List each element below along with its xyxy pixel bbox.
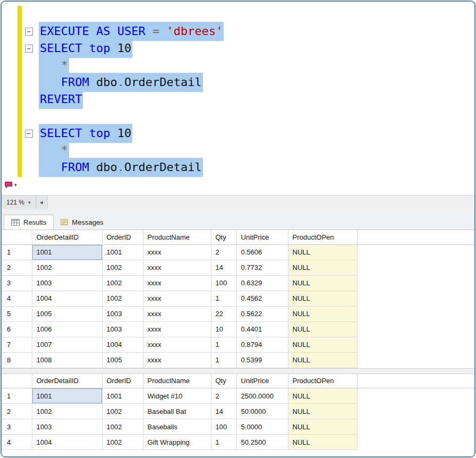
grid-cell[interactable]: 0.6329 xyxy=(236,275,288,291)
grid-cell[interactable]: NULL xyxy=(288,306,357,321)
grid-cell[interactable]: 1002 xyxy=(102,291,143,306)
grid-cell[interactable]: NULL xyxy=(288,244,357,260)
collapse-toggle[interactable]: − xyxy=(25,40,39,57)
code-line[interactable]: −SELECT top 10 xyxy=(25,125,224,142)
grid-cell[interactable]: 0.4401 xyxy=(236,321,288,337)
grid-cell[interactable]: NULL xyxy=(288,352,357,368)
column-header-unitprice[interactable]: UnitPrice xyxy=(236,374,288,388)
grid-cell[interactable]: 50.2500 xyxy=(236,435,288,450)
grid-cell[interactable]: 1002 xyxy=(102,419,143,435)
grid-cell[interactable]: NULL xyxy=(288,291,357,306)
code-line[interactable]: * xyxy=(25,57,224,74)
grid-cell[interactable]: 0.5606 xyxy=(236,244,288,260)
grid-cell[interactable]: 2 xyxy=(211,388,236,404)
grid-cell[interactable]: 5.0000 xyxy=(236,419,288,435)
grid-cell[interactable]: Widget #10 xyxy=(143,388,211,404)
code-line[interactable]: FROM dbo.OrderDetail xyxy=(25,159,224,176)
column-header-orderid[interactable]: OrderID xyxy=(102,374,143,388)
grid-cell[interactable]: 1001 xyxy=(102,244,143,260)
grid-cell[interactable]: 1003 xyxy=(102,306,143,321)
grid-cell[interactable]: NULL xyxy=(288,337,357,352)
code-line[interactable]: −EXECUTE AS USER = 'dbrees' xyxy=(25,23,224,40)
grid-cell[interactable]: 2500.0000 xyxy=(236,388,288,404)
grid-cell[interactable]: NULL xyxy=(288,260,357,275)
grid-cell[interactable]: 0.7732 xyxy=(236,260,288,275)
zoom-level-select[interactable]: 121 % ▾ xyxy=(2,196,36,209)
grid-cell[interactable]: 1001 xyxy=(102,388,143,404)
grid-cell[interactable]: NULL xyxy=(288,388,357,404)
tab-results[interactable]: Results xyxy=(4,215,54,230)
grid-cell[interactable]: 1004 xyxy=(32,291,102,306)
code-line[interactable]: * xyxy=(25,142,224,159)
column-header-orderdetailid[interactable]: OrderDetailID xyxy=(32,230,102,244)
sql-editor[interactable]: −EXECUTE AS USER = 'dbrees'−SELECT top 1… xyxy=(2,2,474,195)
grid-cell[interactable]: 1001 xyxy=(32,388,102,404)
column-header-orderdetailid[interactable]: OrderDetailID xyxy=(32,374,102,388)
grid-cell[interactable]: xxxx xyxy=(143,291,211,306)
grid-cell[interactable]: 1 xyxy=(211,352,236,368)
column-header-productopen[interactable]: ProductOPen xyxy=(288,374,357,388)
grid-cell[interactable]: 14 xyxy=(211,260,236,275)
grid-cell[interactable]: 50.0000 xyxy=(236,404,288,419)
grid-cell[interactable]: 1 xyxy=(211,435,236,450)
collapse-toggle[interactable]: − xyxy=(25,23,39,40)
code-line[interactable] xyxy=(25,108,224,125)
grid-cell[interactable]: 1005 xyxy=(102,352,143,368)
grid-cell[interactable]: 1002 xyxy=(32,404,102,419)
corner-header[interactable] xyxy=(2,374,32,388)
grid-cell[interactable]: 1004 xyxy=(32,435,102,450)
column-header-productname[interactable]: ProductName xyxy=(143,230,211,244)
grid-cell[interactable]: 1 xyxy=(211,337,236,352)
row-header[interactable]: 1 xyxy=(2,388,32,404)
column-header-orderid[interactable]: OrderID xyxy=(102,230,143,244)
hscroll-left-button[interactable]: ◄ xyxy=(36,196,48,209)
code-line[interactable]: REVERT xyxy=(25,91,224,108)
grid-cell[interactable]: Gift Wrapping xyxy=(143,435,211,450)
column-header-productopen[interactable]: ProductOPen xyxy=(288,230,357,244)
row-header[interactable]: 3 xyxy=(2,419,32,435)
grid-cell[interactable]: NULL xyxy=(288,435,357,450)
grid-cell[interactable]: 1008 xyxy=(32,352,102,368)
collapse-minus-icon[interactable]: − xyxy=(25,28,33,36)
row-header[interactable]: 4 xyxy=(2,435,32,450)
grid-cell[interactable]: 1004 xyxy=(102,337,143,352)
grid-cell[interactable]: 10 xyxy=(211,321,236,337)
row-header[interactable]: 2 xyxy=(2,260,32,275)
grid-cell[interactable]: xxxx xyxy=(143,321,211,337)
grid-cell[interactable]: NULL xyxy=(288,404,357,419)
grid-cell[interactable]: 100 xyxy=(211,419,236,435)
grid-cell[interactable]: xxxx xyxy=(143,337,211,352)
grid-cell[interactable]: NULL xyxy=(288,419,357,435)
grid-cell[interactable]: 1006 xyxy=(32,321,102,337)
grid-cell[interactable]: xxxx xyxy=(143,244,211,260)
grid-cell[interactable]: 0.5399 xyxy=(236,352,288,368)
row-header[interactable]: 5 xyxy=(2,306,32,321)
collapse-toggle[interactable]: − xyxy=(25,125,39,142)
grid-cell[interactable]: 22 xyxy=(211,306,236,321)
grid-cell[interactable]: xxxx xyxy=(143,352,211,368)
grid-cell[interactable]: xxxx xyxy=(143,306,211,321)
tab-messages[interactable]: Messages xyxy=(54,215,110,230)
grid-cell[interactable]: 14 xyxy=(211,404,236,419)
grid-cell[interactable]: NULL xyxy=(288,321,357,337)
row-header[interactable]: 8 xyxy=(2,352,32,368)
grid-cell[interactable]: 0.4562 xyxy=(236,291,288,306)
code-line[interactable]: FROM dbo.OrderDetail xyxy=(25,74,224,91)
grid-cell[interactable]: 1003 xyxy=(32,275,102,291)
collapse-minus-icon[interactable]: − xyxy=(25,130,33,138)
row-header[interactable]: 6 xyxy=(2,321,32,337)
column-header-unitprice[interactable]: UnitPrice xyxy=(236,230,288,244)
grid-cell[interactable]: 100 xyxy=(211,275,236,291)
collapse-minus-icon[interactable]: − xyxy=(25,45,33,53)
column-header-productname[interactable]: ProductName xyxy=(143,374,211,388)
grid-splitter[interactable] xyxy=(2,368,474,374)
row-header[interactable]: 7 xyxy=(2,337,32,352)
grid-cell[interactable]: 1005 xyxy=(32,306,102,321)
grid-cell[interactable]: 0.5622 xyxy=(236,306,288,321)
code-line[interactable]: −SELECT top 10 xyxy=(25,40,224,57)
grid-cell[interactable]: Baseball Bat xyxy=(143,404,211,419)
grid-cell[interactable]: 1001 xyxy=(32,244,102,260)
row-header[interactable]: 3 xyxy=(2,275,32,291)
grid-cell[interactable]: 1002 xyxy=(102,275,143,291)
row-header[interactable]: 4 xyxy=(2,291,32,306)
